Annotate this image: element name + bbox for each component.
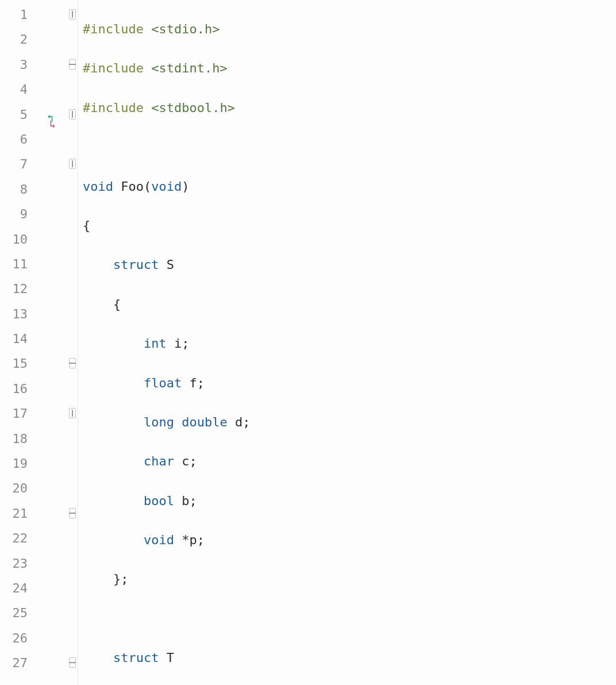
code-line[interactable]: #include <stdio.h> xyxy=(83,17,616,41)
line-number: 8 xyxy=(0,177,34,202)
punct: ( xyxy=(144,179,151,194)
keyword: struct xyxy=(113,257,159,272)
variable: c xyxy=(174,454,190,468)
line-number: 19 xyxy=(0,451,34,476)
code-line[interactable]: }; xyxy=(83,567,616,591)
line-number: 21 xyxy=(0,501,34,526)
punct: ; xyxy=(189,454,197,468)
line-number: 22 xyxy=(0,526,34,551)
code-line[interactable]: bool b; xyxy=(83,488,616,513)
fold-toggle-icon[interactable] xyxy=(69,408,76,418)
brace: { xyxy=(83,218,90,233)
struct-name: T xyxy=(159,651,174,665)
code-line[interactable]: void Foo(void) xyxy=(83,174,616,199)
line-number: 7 xyxy=(0,152,34,176)
variable: b xyxy=(174,494,190,508)
line-number: 13 xyxy=(0,302,34,326)
struct-name: S xyxy=(159,257,174,272)
punct: ; xyxy=(182,336,189,351)
type-keyword: int xyxy=(144,336,167,351)
fold-close-icon[interactable] xyxy=(69,59,76,70)
type-keyword: bool xyxy=(144,494,174,508)
line-number: 20 xyxy=(0,476,34,501)
type-keyword: char xyxy=(144,454,174,468)
include-path: <stdbool.h> xyxy=(144,101,235,115)
fold-gutter xyxy=(69,0,78,685)
fold-close-icon[interactable] xyxy=(69,657,76,668)
line-number: 11 xyxy=(0,252,34,276)
code-line[interactable]: { xyxy=(83,292,616,317)
code-editor[interactable]: #include <stdio.h> #include <stdint.h> #… xyxy=(78,0,616,685)
line-number: 2 xyxy=(0,27,34,52)
variable: *p xyxy=(174,533,197,547)
fold-close-icon[interactable] xyxy=(69,358,76,368)
line-number: 3 xyxy=(0,52,34,77)
editor-margin: ↰ ↳ xyxy=(34,0,69,685)
variable: d xyxy=(228,415,243,429)
fold-toggle-icon[interactable] xyxy=(69,9,76,20)
line-number: 17 xyxy=(0,401,34,426)
code-line[interactable]: float f; xyxy=(83,371,616,395)
code-line[interactable]: struct T xyxy=(83,645,616,670)
code-line[interactable]: #include <stdint.h> xyxy=(83,56,616,80)
code-line[interactable] xyxy=(83,134,616,159)
code-line[interactable]: int i; xyxy=(83,331,616,356)
code-line[interactable]: char c; xyxy=(83,449,616,474)
preprocessor-directive: #include xyxy=(83,61,144,75)
variable: i xyxy=(167,336,182,351)
line-number: 15 xyxy=(0,351,34,376)
code-line[interactable] xyxy=(83,606,616,631)
punct: ; xyxy=(197,533,205,547)
fold-close-icon[interactable] xyxy=(69,508,76,518)
type-keyword: float xyxy=(144,376,182,390)
line-number: 12 xyxy=(0,276,34,301)
fold-toggle-icon[interactable] xyxy=(69,159,76,169)
keyword: void xyxy=(83,179,113,194)
line-number: 10 xyxy=(0,227,34,252)
type-keyword: long double xyxy=(144,415,228,429)
keyword: struct xyxy=(113,651,159,665)
variable: f xyxy=(182,376,197,390)
line-number: 25 xyxy=(0,601,34,625)
code-line[interactable]: struct S xyxy=(83,252,616,277)
brace: { xyxy=(83,297,121,311)
line-number: 9 xyxy=(0,202,34,226)
line-number: 4 xyxy=(0,77,34,102)
line-number: 26 xyxy=(0,626,34,651)
code-line[interactable]: { xyxy=(83,213,616,238)
line-number: 14 xyxy=(0,326,34,351)
line-number-gutter: 1 2 3 4 5 6 7 8 9 10 11 12 13 14 15 16 1… xyxy=(0,0,34,685)
line-number: 16 xyxy=(0,376,34,401)
fold-toggle-icon[interactable] xyxy=(69,109,76,120)
include-path: <stdio.h> xyxy=(144,22,220,36)
code-line[interactable]: long double d; xyxy=(83,410,616,434)
punct: ; xyxy=(189,494,197,508)
line-number: 1 xyxy=(0,2,34,27)
code-line[interactable]: #include <stdbool.h> xyxy=(83,95,616,120)
line-number: 24 xyxy=(0,576,34,601)
type-keyword: void xyxy=(144,533,174,547)
preprocessor-directive: #include xyxy=(83,22,144,36)
punct: ; xyxy=(242,415,250,429)
punct: ; xyxy=(197,376,205,390)
keyword: void xyxy=(151,179,182,194)
code-line[interactable]: void *p; xyxy=(83,528,616,552)
line-number: 23 xyxy=(0,551,34,576)
line-number: 6 xyxy=(0,127,34,152)
function-name: Foo xyxy=(113,179,144,194)
brace: }; xyxy=(83,572,128,586)
include-path: <stdint.h> xyxy=(144,61,228,75)
line-number: 18 xyxy=(0,426,34,451)
punct: ) xyxy=(182,179,189,194)
line-number: 27 xyxy=(0,651,34,675)
line-number: 5 xyxy=(0,102,34,127)
preprocessor-directive: #include xyxy=(83,101,144,115)
